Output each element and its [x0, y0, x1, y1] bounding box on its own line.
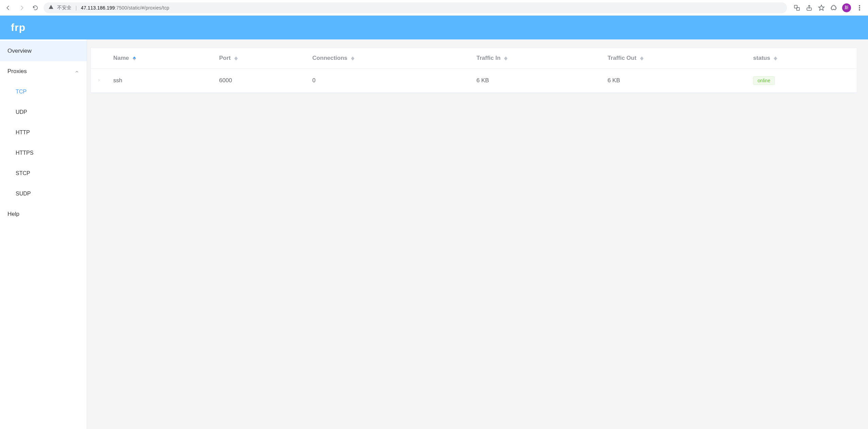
cell-traffic-in: 6 KB [470, 69, 601, 93]
col-status[interactable]: status [747, 48, 857, 69]
star-icon[interactable] [818, 4, 825, 12]
col-expand [91, 48, 107, 69]
separator: | [76, 5, 77, 11]
col-traffic-out[interactable]: Traffic Out [601, 48, 747, 69]
reload-button[interactable] [30, 2, 41, 13]
insecure-warning-icon [48, 4, 54, 11]
col-connections[interactable]: Connections [306, 48, 470, 69]
svg-marker-12 [351, 58, 354, 61]
cell-port: 6000 [213, 69, 306, 93]
sidebar-item-help[interactable]: Help [0, 204, 87, 224]
col-traffic-in[interactable]: Traffic In [470, 48, 601, 69]
translate-icon[interactable] [793, 4, 801, 12]
chrome-actions: 新 [790, 3, 865, 12]
svg-point-6 [859, 9, 860, 11]
sidebar-proxies-children: TCP UDP HTTP HTTPS STCP SUDP [0, 82, 87, 204]
svg-point-5 [859, 7, 860, 8]
sidebar-label-help: Help [7, 211, 19, 218]
cell-name: ssh [107, 69, 213, 93]
browser-toolbar: 不安全 | 47.113.186.199:7500/static/#/proxi… [0, 0, 868, 16]
app-header: frp [0, 16, 868, 39]
svg-marker-3 [819, 5, 824, 10]
share-icon[interactable] [805, 4, 813, 12]
sidebar-item-http[interactable]: HTTP [0, 122, 87, 143]
sidebar-label-proxies: Proxies [7, 68, 27, 75]
extensions-icon[interactable] [830, 4, 837, 12]
forward-button [16, 2, 27, 13]
app-title: frp [11, 22, 26, 33]
row-expand-icon[interactable] [97, 77, 101, 84]
sidebar-item-https[interactable]: HTTPS [0, 143, 87, 163]
main-content: Name Port [87, 39, 868, 429]
sidebar-item-udp[interactable]: UDP [0, 102, 87, 122]
browser-menu-icon[interactable] [856, 4, 863, 12]
cell-status: online [747, 69, 857, 93]
sidebar-item-tcp[interactable]: TCP [0, 82, 87, 102]
sidebar-item-sudp[interactable]: SUDP [0, 184, 87, 204]
col-port[interactable]: Port [213, 48, 306, 69]
svg-marker-16 [640, 58, 644, 61]
svg-marker-10 [234, 58, 238, 61]
svg-marker-14 [504, 58, 507, 61]
svg-point-4 [859, 5, 860, 6]
cell-traffic-out: 6 KB [601, 69, 747, 93]
address-bar[interactable]: 不安全 | 47.113.186.199:7500/static/#/proxi… [44, 2, 787, 13]
col-name[interactable]: Name [107, 48, 213, 69]
back-button[interactable] [3, 2, 14, 13]
sort-icon [640, 56, 644, 61]
url-text: 47.113.186.199:7500/static/#/proxies/tcp [81, 5, 169, 11]
sort-icon [774, 56, 777, 61]
proxies-table-panel: Name Port [90, 48, 857, 93]
chevron-up-icon [74, 69, 79, 74]
proxies-table: Name Port [91, 48, 857, 93]
sort-icon [234, 56, 238, 61]
insecure-label: 不安全 [57, 5, 71, 11]
status-badge: online [753, 76, 774, 85]
profile-avatar[interactable]: 新 [842, 3, 851, 12]
sidebar-item-overview[interactable]: Overview [0, 41, 87, 61]
svg-marker-18 [774, 58, 777, 61]
table-row: ssh 6000 0 6 KB 6 KB online [91, 69, 857, 93]
sort-icon [133, 56, 136, 61]
svg-marker-8 [133, 58, 136, 61]
sidebar-item-proxies[interactable]: Proxies [0, 61, 87, 82]
sort-icon [351, 56, 354, 61]
sort-icon [504, 56, 507, 61]
cell-connections: 0 [306, 69, 470, 93]
sidebar: Overview Proxies TCP UDP HTTP HTTPS STCP… [0, 39, 87, 429]
sidebar-label-overview: Overview [7, 48, 32, 54]
sidebar-item-stcp[interactable]: STCP [0, 163, 87, 184]
